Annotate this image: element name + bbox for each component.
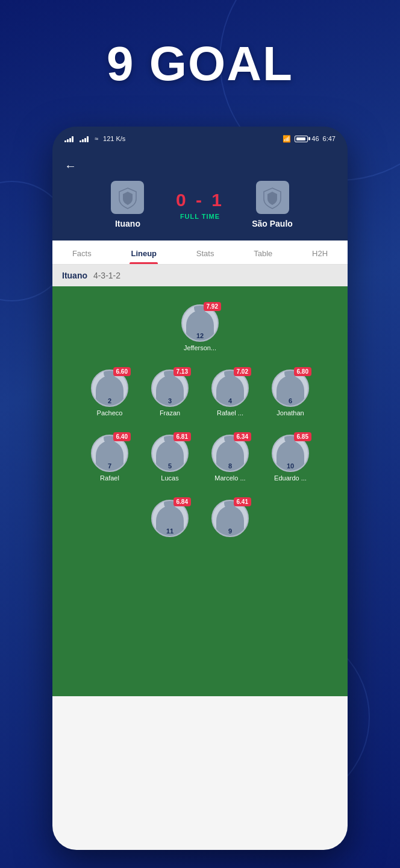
- player-card-att-1[interactable]: 6.41 9: [203, 500, 257, 539]
- status-left: ≈ 121 K/s: [64, 135, 125, 142]
- player-name-gk: Jefferson...: [184, 344, 216, 351]
- page-headline: 9 GOAL: [0, 36, 400, 92]
- vibrate-icon: 📶: [283, 135, 291, 143]
- football-pitch: 7.92 12 Jefferson... 6.60: [52, 286, 348, 696]
- player-name-def-0: Pacheco: [97, 409, 123, 417]
- player-number-def-2: 4: [228, 397, 232, 404]
- tab-lineup[interactable]: Lineup: [126, 241, 161, 264]
- player-rating-mid-0: 6.40: [113, 432, 131, 441]
- player-avatar-wrap-mid-2: 6.34 8: [211, 435, 249, 472]
- tabs-bar: Facts Lineup Stats Table H2H: [52, 241, 348, 265]
- player-avatar-wrap-def-2: 7.02 4: [211, 370, 249, 407]
- player-rating-def-0: 6.60: [113, 367, 131, 376]
- match-score: 0 - 1: [176, 190, 224, 210]
- match-header: ← Ituano 0 - 1 FULL TIME: [52, 151, 348, 241]
- network-speed: 121 K/s: [103, 135, 125, 142]
- player-avatar-wrap-mid-3: 6.85 10: [272, 435, 309, 472]
- status-right: 📶 46 6:47: [283, 135, 336, 143]
- player-rating-mid-3: 6.85: [294, 432, 311, 441]
- defenders-row: 6.60 2 Pacheco 7.13 3: [58, 370, 342, 417]
- player-number-def-3: 6: [289, 397, 292, 404]
- player-avatar-wrap-def-3: 6.80 6: [272, 370, 309, 407]
- home-team-name: Ituano: [115, 219, 140, 228]
- player-number-mid-0: 7: [108, 462, 111, 470]
- wifi-icon: ≈: [95, 135, 98, 142]
- player-avatar-wrap-def-1: 7.13 3: [151, 370, 189, 407]
- phone-content: ← Ituano 0 - 1 FULL TIME: [52, 151, 348, 850]
- player-card-mid-0[interactable]: 6.40 7 Rafael: [83, 435, 137, 482]
- lineup-header: Ituano 4-3-1-2: [52, 265, 348, 286]
- player-avatar-wrap-att-1: 6.41 9: [211, 500, 249, 537]
- attackers-row: 6.84 11 6.41 9: [58, 500, 342, 539]
- battery-level: 46: [311, 135, 319, 142]
- lineup-team-name: Ituano: [62, 271, 87, 280]
- player-avatar-wrap-mid-1: 6.81 5: [151, 435, 189, 472]
- tab-stats[interactable]: Stats: [192, 241, 219, 264]
- away-team-section: São Paulo: [236, 181, 308, 228]
- tab-facts[interactable]: Facts: [67, 241, 96, 264]
- signal-icon-2: [80, 135, 89, 142]
- player-number-def-1: 3: [168, 397, 172, 404]
- player-card-def-3[interactable]: 6.80 6 Jonathan: [263, 370, 317, 417]
- player-avatar-wrap-gk: 7.92 12: [181, 304, 219, 342]
- lineup-formation: 4-3-1-2: [93, 271, 120, 280]
- player-number-att-0: 11: [166, 527, 173, 535]
- home-team-crest: [111, 181, 144, 214]
- match-status: FULL TIME: [180, 213, 220, 220]
- phone-frame: ≈ 121 K/s 📶 46 6:47 ←: [52, 127, 348, 850]
- player-rating-def-3: 6.80: [294, 367, 311, 376]
- midfielders-row: 6.40 7 Rafael 6.81 5: [58, 435, 342, 482]
- player-card-mid-2[interactable]: 6.34 8 Marcelo ...: [203, 435, 257, 482]
- player-avatar-wrap-mid-0: 6.40 7: [91, 435, 128, 472]
- tab-h2h[interactable]: H2H: [307, 241, 333, 264]
- signal-icon-1: [64, 135, 73, 142]
- away-team-crest: [256, 181, 289, 214]
- player-name-mid-1: Lucas: [161, 474, 178, 482]
- player-name-def-1: Frazan: [160, 409, 180, 417]
- battery-icon: [295, 136, 308, 142]
- player-card-mid-1[interactable]: 6.81 5 Lucas: [143, 435, 197, 482]
- player-rating-mid-2: 6.34: [234, 432, 251, 441]
- player-name-mid-0: Rafael: [100, 474, 119, 482]
- player-card-mid-3[interactable]: 6.85 10 Eduardo ...: [263, 435, 317, 482]
- player-avatar-wrap-att-0: 6.84 11: [151, 500, 189, 537]
- player-name-mid-2: Marcelo ...: [214, 474, 245, 482]
- player-rating-mid-1: 6.81: [173, 432, 191, 441]
- player-card-att-0[interactable]: 6.84 11: [143, 500, 197, 539]
- player-card-def-2[interactable]: 7.02 4 Rafael ...: [203, 370, 257, 417]
- player-card-def-1[interactable]: 7.13 3 Frazan: [143, 370, 197, 417]
- player-number-def-0: 2: [108, 397, 111, 404]
- player-number-mid-2: 8: [228, 462, 232, 470]
- player-name-mid-3: Eduardo ...: [274, 474, 307, 482]
- match-score-section: Ituano 0 - 1 FULL TIME São Paulo: [64, 181, 336, 228]
- player-number-att-1: 9: [228, 527, 232, 535]
- player-number-gk: 12: [196, 332, 204, 339]
- player-rating-gk: 7.92: [204, 302, 221, 311]
- player-rating-def-1: 7.13: [173, 367, 191, 376]
- player-rating-att-0: 6.84: [173, 497, 191, 506]
- player-number-mid-1: 5: [168, 462, 172, 470]
- status-bar: ≈ 121 K/s 📶 46 6:47: [52, 127, 348, 151]
- home-team-section: Ituano: [92, 181, 164, 228]
- tab-table[interactable]: Table: [249, 241, 277, 264]
- back-button[interactable]: ←: [64, 157, 83, 175]
- player-number-mid-3: 10: [287, 462, 294, 470]
- away-team-name: São Paulo: [252, 219, 293, 228]
- away-team-crest-icon: [260, 186, 284, 210]
- time-display: 6:47: [323, 135, 336, 142]
- player-rating-def-2: 7.02: [234, 367, 251, 376]
- player-rating-att-1: 6.41: [234, 497, 251, 506]
- goalkeeper-row: 7.92 12 Jefferson...: [58, 304, 342, 351]
- score-section: 0 - 1 FULL TIME: [176, 190, 224, 220]
- player-card-gk[interactable]: 7.92 12 Jefferson...: [173, 304, 227, 351]
- player-card-def-0[interactable]: 6.60 2 Pacheco: [83, 370, 137, 417]
- player-name-def-2: Rafael ...: [217, 409, 243, 417]
- player-avatar-wrap-def-0: 6.60 2: [91, 370, 128, 407]
- player-name-def-3: Jonathan: [277, 409, 304, 417]
- home-team-crest-icon: [116, 186, 140, 210]
